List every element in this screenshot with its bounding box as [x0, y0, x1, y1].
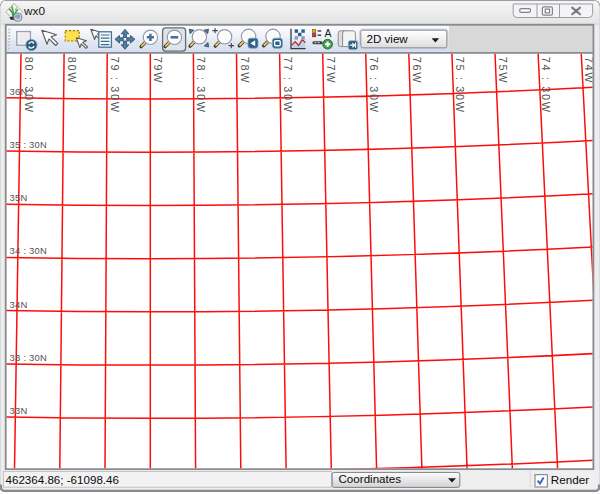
- svg-text:A: A: [324, 27, 331, 39]
- svg-text:78W: 78W: [239, 57, 251, 84]
- svg-text:79W: 79W: [152, 57, 164, 84]
- svg-text:2D view: 2D view: [367, 32, 409, 45]
- svg-text:33 : 30N: 33 : 30N: [10, 352, 47, 363]
- svg-text:Render: Render: [551, 473, 589, 486]
- svg-text:36N: 36N: [10, 86, 28, 97]
- svg-text:75 : 30W: 75 : 30W: [454, 57, 466, 114]
- svg-text:35 : 30N: 35 : 30N: [10, 139, 47, 150]
- svg-text:34N: 34N: [10, 299, 28, 310]
- svg-text:34 : 30N: 34 : 30N: [10, 245, 47, 256]
- svg-text:wx0: wx0: [23, 4, 45, 18]
- svg-text:80W: 80W: [66, 57, 78, 84]
- svg-text:Coordinates: Coordinates: [339, 472, 402, 485]
- svg-text:77W: 77W: [325, 57, 337, 84]
- svg-text:75W: 75W: [497, 57, 509, 84]
- svg-text:76 : 30W: 76 : 30W: [368, 57, 380, 114]
- svg-text:74 : 30W: 74 : 30W: [540, 57, 552, 114]
- svg-text:462364.86; -61098.46: 462364.86; -61098.46: [6, 473, 119, 486]
- svg-text:35N: 35N: [10, 192, 28, 203]
- svg-text:79 : 30W: 79 : 30W: [109, 57, 121, 114]
- svg-text:76W: 76W: [411, 57, 423, 84]
- svg-text:78 : 30W: 78 : 30W: [195, 57, 207, 114]
- svg-text:33N: 33N: [10, 405, 28, 416]
- svg-text:77 : 30W: 77 : 30W: [282, 57, 294, 114]
